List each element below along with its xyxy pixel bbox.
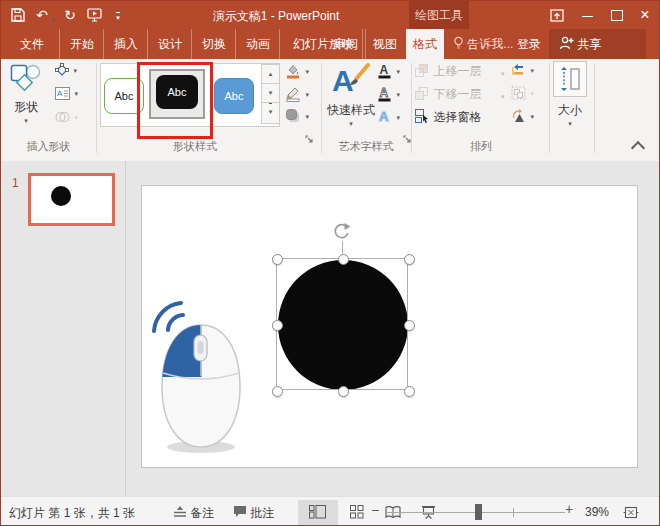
svg-text:A: A (332, 64, 354, 97)
slide-sorter-view-button[interactable] (339, 500, 375, 525)
tab-design[interactable]: 设计 (147, 29, 192, 59)
tab-home[interactable]: 开始 (59, 29, 104, 59)
panel-divider[interactable] (125, 161, 126, 496)
mouse-click-clipart[interactable] (151, 299, 251, 455)
merge-shapes-icon (55, 111, 70, 123)
redo-icon: ↻ (64, 7, 76, 23)
resize-handle-w[interactable] (272, 320, 283, 331)
text-effects-button[interactable]: A A ▾ (377, 109, 407, 130)
slide-counter: 幻灯片 第 1 张，共 1 张 (9, 505, 135, 522)
ribbon-tab-bar: 文件 开始 插入 设计 切换 动画 幻灯片放映 审阅 视图 格式 告诉我... … (1, 29, 659, 59)
slide-thumbnail[interactable] (28, 173, 115, 226)
chevron-down-icon: ▾ (396, 68, 400, 75)
notes-label: 备注 (190, 506, 214, 520)
edit-shape-button[interactable]: ▾ (55, 63, 91, 84)
rotate-objects-button[interactable]: ▾ (511, 109, 543, 130)
quick-styles-icon: A (330, 63, 372, 99)
tab-transitions[interactable]: 切换 (191, 29, 236, 59)
customize-qat-button[interactable]: ▾ (107, 4, 129, 26)
chevron-down-icon: ▾ (3, 117, 49, 125)
collapse-ribbon-button[interactable] (631, 141, 645, 155)
align-button[interactable]: ▾ (511, 63, 543, 84)
chevron-down-icon: ▾ (396, 91, 400, 98)
sign-in-label: 登录 (517, 37, 541, 51)
resize-handle-n[interactable] (338, 254, 349, 265)
chevron-down-icon: ▾ (501, 70, 505, 78)
tab-animations[interactable]: 动画 (235, 29, 280, 59)
group-label-arrange: 排列 (413, 139, 549, 154)
zoom-percentage[interactable]: 39% (585, 505, 609, 519)
fit-slide-to-window-icon (623, 505, 639, 520)
zoom-out-button[interactable]: − (371, 502, 379, 518)
size-button[interactable]: 大小 ▾ (545, 61, 595, 137)
resize-handle-e[interactable] (404, 320, 415, 331)
rotate-handle[interactable] (332, 222, 351, 241)
group-separator (96, 63, 97, 153)
resize-handle-sw[interactable] (272, 386, 283, 397)
resize-handle-nw[interactable] (272, 254, 283, 265)
close-button[interactable]: × (631, 1, 659, 29)
chevron-down-icon: ▾ (530, 67, 534, 74)
redo-button[interactable]: ↻ (59, 4, 81, 26)
save-button[interactable] (7, 4, 29, 26)
undo-icon: ↶ (36, 7, 48, 23)
tell-me-button[interactable]: 告诉我... (453, 29, 513, 59)
send-backward-button: 下移一层 ▾ (415, 86, 511, 107)
start-slideshow-button[interactable] (83, 4, 105, 26)
minimize-icon (582, 16, 593, 17)
shape-style-thumb-blue[interactable]: Abc (214, 78, 254, 114)
chevron-down-icon: ▾ (305, 68, 309, 75)
resize-handle-ne[interactable] (404, 254, 415, 265)
selection-bounding-box (276, 258, 408, 390)
sign-in-button[interactable]: 登录 (517, 29, 541, 59)
shape-styles-dialog-launcher[interactable] (305, 135, 315, 145)
group-separator (594, 63, 595, 153)
style-thumb-label: Abc (115, 90, 134, 102)
resize-handle-s[interactable] (338, 386, 349, 397)
zoom-in-button[interactable]: + (565, 501, 573, 517)
tab-insert[interactable]: 插入 (103, 29, 148, 59)
chevron-down-icon: ▾ (501, 93, 505, 101)
fit-slide-button[interactable] (619, 502, 643, 524)
chevron-down-icon: ▾ (305, 113, 309, 120)
gallery-more-button[interactable]: ▾ (261, 102, 280, 124)
share-button[interactable]: 共享 (549, 29, 646, 59)
lightbulb-icon (453, 36, 464, 50)
text-fill-button[interactable]: A ▾ (377, 63, 407, 84)
shapes-button[interactable]: 形状 ▾ (3, 61, 49, 137)
gallery-down-icon: ▾ (269, 89, 273, 96)
chevron-down-icon: ▾ (73, 67, 77, 74)
quick-styles-button[interactable]: A 快速样式 ▾ (319, 61, 383, 137)
tab-view[interactable]: 视图 (362, 29, 407, 59)
resize-handle-se[interactable] (404, 386, 415, 397)
align-objects-icon (511, 63, 526, 77)
notes-button[interactable]: 备注 (173, 505, 214, 522)
group-objects-icon (511, 86, 526, 100)
send-backward-label: 下移一层 (433, 87, 481, 101)
comments-button[interactable]: 批注 (233, 505, 274, 522)
zoom-slider-thumb[interactable] (475, 504, 482, 520)
chevron-down-icon: ▾ (396, 114, 400, 121)
maximize-button[interactable] (603, 1, 631, 29)
shape-fill-button[interactable]: ▾ (285, 63, 319, 84)
comments-label: 批注 (250, 506, 274, 520)
powerpoint-window: ↶ ▾ ↻ ▾ 演示文稿1 - PowerPoint 绘图工具 × (0, 0, 660, 526)
tab-file[interactable]: 文件 (9, 29, 55, 59)
slide-thumbnail-panel: 1 (1, 161, 125, 496)
send-backward-icon (415, 87, 429, 100)
tab-format[interactable]: 格式 (406, 29, 444, 59)
group-label-shape-styles: 形状样式 (100, 139, 290, 154)
minimize-button[interactable] (573, 1, 601, 29)
edit-shape-icon (55, 63, 69, 77)
undo-dropdown[interactable]: ▾ (48, 9, 58, 31)
ribbon-display-options-button[interactable] (543, 1, 571, 29)
chevron-down-icon: ▾ (51, 16, 55, 23)
normal-view-button[interactable] (298, 500, 338, 525)
share-person-icon (559, 36, 574, 50)
text-box-button[interactable]: A ▾ (55, 86, 91, 107)
chevron-down-icon: ▾ (545, 120, 595, 128)
qat-more-icon: ▾ (116, 12, 120, 22)
text-outline-button[interactable]: A ▾ (377, 86, 407, 107)
svg-text:A: A (379, 109, 389, 124)
selection-pane-button[interactable]: 选择窗格 (415, 109, 511, 130)
